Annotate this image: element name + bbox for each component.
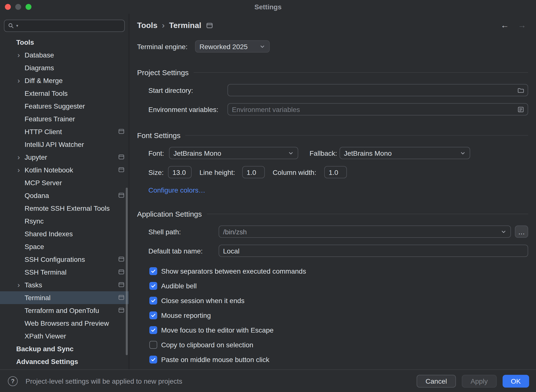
settings-scope-icon (118, 282, 124, 287)
sidebar-item-kotlin-notebook[interactable]: ›Kotlin Notebook (0, 164, 129, 176)
close-window-button[interactable] (5, 4, 11, 10)
default-tab-name-input[interactable] (219, 245, 528, 257)
chevron-right-icon[interactable]: › (15, 279, 22, 291)
terminal-options: Show separators between executed command… (149, 266, 528, 365)
sidebar-item-http-client[interactable]: HTTP Client (0, 125, 129, 138)
settings-scope-icon (118, 269, 124, 275)
sidebar-section-tools[interactable]: Tools (0, 36, 129, 49)
ok-button[interactable]: OK (503, 375, 529, 387)
cancel-button[interactable]: Cancel (417, 375, 456, 387)
sidebar-item-features-trainer[interactable]: Features Trainer (0, 112, 129, 125)
sidebar-item-shared-indexes[interactable]: Shared Indexes (0, 227, 129, 240)
chevron-right-icon[interactable]: › (15, 164, 22, 176)
sidebar-scrollbar[interactable] (126, 188, 128, 355)
sidebar-section-backup-and-sync[interactable]: Backup and Sync (0, 342, 129, 355)
sidebar-item-terminal[interactable]: Terminal (0, 291, 129, 304)
sidebar-item-qodana[interactable]: Qodana (0, 189, 129, 202)
checkbox-paste-middle-click[interactable]: Paste on middle mouse button click (149, 354, 528, 365)
terminal-engine-label: Terminal engine: (137, 42, 195, 50)
chevron-down-icon (288, 150, 294, 156)
settings-scope-icon (118, 193, 124, 198)
checkbox-copy-on-selection[interactable]: Copy to clipboard on selection (149, 339, 528, 350)
font-label: Font: (148, 149, 169, 157)
sidebar-item-xpath-viewer[interactable]: XPath Viewer (0, 330, 129, 342)
sidebar-item-rsync[interactable]: Rsync (0, 215, 129, 227)
sidebar-item-ssh-terminal[interactable]: SSH Terminal (0, 266, 129, 279)
sidebar-item-space[interactable]: Space (0, 240, 129, 253)
sidebar-section-advanced-settings[interactable]: Advanced Settings (0, 355, 129, 368)
breadcrumb-tools[interactable]: Tools (137, 21, 157, 30)
checkbox-close-session[interactable]: Close session when it ends (149, 295, 528, 306)
chevron-right-icon[interactable]: › (15, 74, 22, 87)
sidebar-item-external-tools[interactable]: External Tools (0, 87, 129, 100)
search-input[interactable] (20, 22, 121, 30)
search-history-chevron-icon[interactable]: ▾ (16, 24, 18, 28)
section-divider (185, 135, 528, 135)
settings-scope-icon (118, 295, 124, 300)
window-title: Settings (254, 3, 282, 11)
sidebar-item-mcp-server[interactable]: MCP Server (0, 176, 129, 189)
checkbox-icon[interactable] (149, 267, 157, 275)
chevron-down-icon (460, 150, 466, 156)
checkbox-audible-bell[interactable]: Audible bell (149, 280, 528, 291)
settings-scope-icon (118, 167, 124, 172)
line-height-input[interactable] (242, 166, 265, 178)
sidebar-item-features-suggester[interactable]: Features Suggester (0, 100, 129, 112)
sidebar-item-remote-ssh-external-tools[interactable]: Remote SSH External Tools (0, 202, 129, 215)
checkbox-show-separators[interactable]: Show separators between executed command… (149, 266, 528, 277)
start-directory-input[interactable] (227, 84, 528, 96)
start-directory-label: Start directory: (148, 86, 227, 94)
search-icon (8, 23, 14, 29)
fallback-font-select[interactable]: JetBrains Mono (339, 147, 470, 159)
configure-colors-link[interactable]: Configure colors… (148, 186, 205, 194)
font-size-input[interactable] (168, 166, 192, 178)
sidebar-item-database[interactable]: ›Database (0, 49, 129, 61)
settings-search[interactable]: ▾ (4, 20, 125, 32)
sidebar-item-jupyter[interactable]: ›Jupyter (0, 151, 129, 164)
chevron-down-icon (501, 229, 507, 235)
checkbox-icon[interactable] (149, 341, 157, 349)
environment-variables-input[interactable] (227, 103, 528, 115)
font-select[interactable]: JetBrains Mono (169, 147, 298, 159)
apply-button[interactable]: Apply (462, 375, 496, 387)
shell-path-select[interactable]: /bin/zsh (219, 225, 511, 238)
sidebar-item-tasks[interactable]: ›Tasks (0, 279, 129, 291)
terminal-engine-select[interactable]: Reworked 2025 (195, 40, 270, 53)
sidebar-item-diagrams[interactable]: Diagrams (0, 61, 129, 74)
checkbox-mouse-reporting[interactable]: Mouse reporting (149, 310, 528, 321)
folder-icon[interactable] (517, 87, 524, 94)
terminal-engine-row: Terminal engine: Reworked 2025 (137, 40, 528, 53)
sidebar-item-diff-merge[interactable]: ›Diff & Merge (0, 74, 129, 87)
settings-dialog: Settings ▾ Tools ›Database Diagrams ›Dif… (0, 0, 536, 392)
sidebar-item-web-browsers-preview[interactable]: Web Browsers and Preview (0, 317, 129, 330)
checkbox-move-focus-escape[interactable]: Move focus to the editor with Escape (149, 325, 528, 336)
help-icon[interactable]: ? (8, 376, 18, 386)
chevron-right-icon[interactable]: › (15, 151, 22, 164)
default-tab-name-label: Default tab name: (148, 247, 219, 255)
settings-scope-icon (118, 256, 124, 262)
browse-shell-path-button[interactable]: … (515, 225, 528, 238)
footer-hint: Project-level settings will be applied t… (26, 377, 182, 385)
variables-list-icon[interactable] (517, 106, 524, 113)
settings-sidebar: ▾ Tools ›Database Diagrams ›Diff & Merge… (0, 14, 129, 369)
environment-variables-row: Environment variables: (148, 103, 528, 115)
minimize-window-button[interactable] (15, 4, 21, 10)
sidebar-item-ssh-configurations[interactable]: SSH Configurations (0, 253, 129, 266)
shell-path-row: Shell path: /bin/zsh … (148, 225, 528, 238)
back-arrow-icon[interactable]: ← (501, 21, 509, 30)
line-height-label: Line height: (199, 168, 242, 176)
checkbox-icon[interactable] (149, 311, 157, 319)
chevron-right-icon[interactable]: › (15, 49, 22, 61)
checkbox-icon[interactable] (149, 282, 157, 290)
checkbox-icon[interactable] (149, 326, 157, 334)
zoom-window-button[interactable] (26, 4, 31, 10)
sidebar-item-terraform-opentofu[interactable]: Terraform and OpenTofu (0, 304, 129, 317)
font-row: Font: JetBrains Mono Fallback: JetBrains… (148, 147, 528, 159)
font-size-row: Size: Line height: Column width: (148, 166, 528, 178)
window-controls (5, 4, 31, 10)
sidebar-item-intellij-api-watcher[interactable]: IntelliJ API Watcher (0, 138, 129, 151)
checkbox-icon[interactable] (149, 297, 157, 305)
checkbox-icon[interactable] (149, 356, 157, 364)
column-width-input[interactable] (324, 166, 347, 178)
environment-variables-label: Environment variables: (148, 105, 227, 113)
